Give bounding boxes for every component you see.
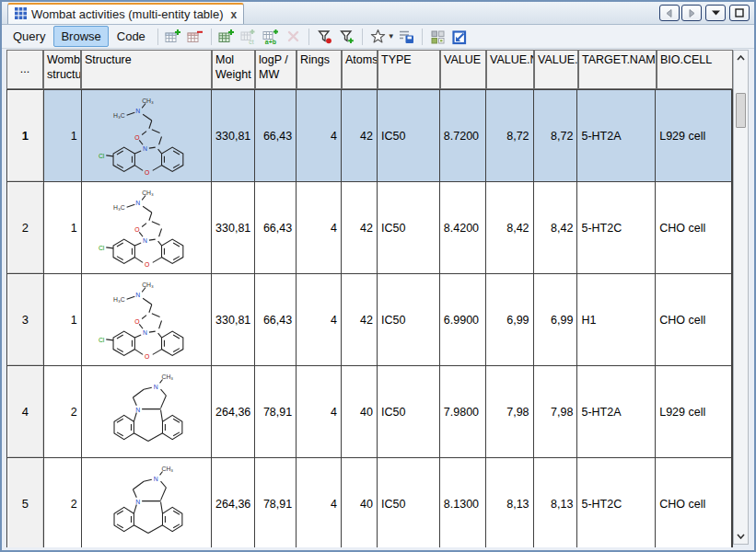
cell-bio-cell[interactable]: L929 cell xyxy=(656,90,732,181)
cell-wombat-structure-id[interactable]: 1 xyxy=(44,182,82,273)
remove-row-icon[interactable] xyxy=(185,27,206,46)
cell-logp-mw[interactable]: 66,43 xyxy=(255,274,297,365)
row-header[interactable]: 1 xyxy=(7,90,44,181)
cell-structure[interactable] xyxy=(82,458,213,547)
cell-bio-cell[interactable]: CHO cell xyxy=(656,182,732,273)
cell-value[interactable]: 6.9900 xyxy=(440,274,486,365)
cell-mol-weight[interactable]: 264,36 xyxy=(212,366,255,457)
scroll-up-icon[interactable] xyxy=(734,51,748,65)
cell-rings[interactable]: 4 xyxy=(297,458,342,547)
export-arrow-icon[interactable] xyxy=(449,27,471,46)
cell-value[interactable]: 7.9800 xyxy=(440,366,486,457)
column-header-target-name[interactable]: TARGET.NAM xyxy=(578,50,657,89)
cell-bio-cell[interactable]: CHO cell xyxy=(656,458,732,547)
cell-value-n[interactable]: 8,13 xyxy=(486,458,534,547)
browse-mode-button[interactable]: Browse xyxy=(53,26,108,47)
maximize-button[interactable] xyxy=(729,5,750,21)
filter-add-icon[interactable] xyxy=(336,27,357,46)
cell-wombat-structure-id[interactable]: 1 xyxy=(44,90,82,181)
cell-logp-mw[interactable]: 78,91 xyxy=(255,366,297,457)
cell-wombat-structure-id[interactable]: 2 xyxy=(44,458,82,547)
table-row[interactable]: 2 1 330,81 66,43 4 42 IC50 8.4200 8,42 8… xyxy=(7,182,732,274)
column-header-mol-weight[interactable]: Mol Weight xyxy=(212,50,255,89)
row-header[interactable]: 2 xyxy=(7,182,44,273)
cell-atoms[interactable]: 40 xyxy=(342,366,378,457)
cell-mol-weight[interactable]: 330,81 xyxy=(212,274,255,365)
column-header-value-2[interactable]: VALUE. xyxy=(534,50,578,89)
scroll-tabs-right-button[interactable] xyxy=(681,5,702,21)
cell-bio-cell[interactable]: L929 cell xyxy=(656,366,732,457)
add-row-icon[interactable] xyxy=(163,27,184,46)
query-mode-button[interactable]: Query xyxy=(6,26,52,47)
cell-structure[interactable] xyxy=(82,274,213,365)
cell-value-n[interactable]: 7,98 xyxy=(486,366,534,457)
table-row[interactable]: 3 1 330,81 66,43 4 42 IC50 6.9900 6,99 6… xyxy=(7,274,732,366)
scrollbar-thumb[interactable] xyxy=(736,93,746,128)
column-header-structure[interactable]: Structure xyxy=(81,50,212,89)
cell-logp-mw[interactable]: 66,43 xyxy=(255,90,297,181)
vertical-scrollbar[interactable] xyxy=(733,50,749,545)
tab-close-icon[interactable]: x xyxy=(231,9,238,20)
tab-list-dropdown-button[interactable] xyxy=(705,5,726,21)
cell-target-name[interactable]: 5-HT2A xyxy=(577,90,656,181)
cell-value[interactable]: 8.7200 xyxy=(440,90,486,181)
cell-value-2[interactable]: 8,42 xyxy=(534,182,578,273)
grid-view-icon[interactable] xyxy=(427,27,448,46)
cell-value-n[interactable]: 6,99 xyxy=(486,274,534,365)
cell-atoms[interactable]: 40 xyxy=(342,458,378,547)
cell-structure[interactable] xyxy=(82,182,213,273)
cell-mol-weight[interactable]: 330,81 xyxy=(212,182,255,273)
cell-rings[interactable]: 4 xyxy=(297,366,342,457)
cell-type[interactable]: IC50 xyxy=(378,366,440,457)
cell-value-2[interactable]: 7,98 xyxy=(534,366,578,457)
row-header[interactable]: 3 xyxy=(7,274,44,365)
cell-value-2[interactable]: 6,99 xyxy=(534,274,578,365)
cell-atoms[interactable]: 42 xyxy=(342,182,378,273)
row-header[interactable]: 4 xyxy=(7,366,44,457)
cell-atoms[interactable]: 42 xyxy=(342,274,378,365)
cell-target-name[interactable]: H1 xyxy=(577,274,656,365)
cell-logp-mw[interactable]: 78,91 xyxy=(255,458,297,547)
cell-mol-weight[interactable]: 264,36 xyxy=(212,458,255,547)
scroll-tabs-left-button[interactable] xyxy=(659,5,680,21)
cell-rings[interactable]: 4 xyxy=(297,90,342,181)
cell-type[interactable]: IC50 xyxy=(378,274,440,365)
tab-wombat-activities[interactable]: Wombat activities (multi-entity table) x xyxy=(7,3,244,24)
cell-value[interactable]: 8.1300 xyxy=(440,458,486,547)
star-dropdown-caret-icon[interactable]: ▼ xyxy=(388,32,395,40)
add-calculated-field-icon[interactable]: a+b xyxy=(261,27,282,46)
cell-logp-mw[interactable]: 66,43 xyxy=(255,182,297,273)
cell-wombat-structure-id[interactable]: 2 xyxy=(44,366,82,457)
scroll-down-icon[interactable] xyxy=(734,529,748,544)
cell-target-name[interactable]: 5-HT2A xyxy=(577,366,656,457)
table-row[interactable]: 4 2 264,36 78,91 4 40 IC50 7.9800 7,98 7… xyxy=(7,366,732,458)
code-mode-button[interactable]: Code xyxy=(110,26,153,47)
cell-value-n[interactable]: 8,42 xyxy=(486,182,534,273)
cell-wombat-structure-id[interactable]: 1 xyxy=(44,274,82,365)
column-header-value[interactable]: VALUE xyxy=(440,50,486,89)
table-row[interactable]: 1 1 330,81 66,43 4 42 IC50 8.7200 8,72 8… xyxy=(7,90,732,182)
cell-target-name[interactable]: 5-HT2C xyxy=(577,182,656,273)
add-field-icon[interactable] xyxy=(216,27,238,46)
column-header-type[interactable]: TYPE xyxy=(378,50,440,89)
favorites-star-icon[interactable] xyxy=(367,27,389,46)
cell-atoms[interactable]: 42 xyxy=(342,90,378,181)
table-options-button[interactable]: ... xyxy=(6,50,43,89)
table-row[interactable]: 5 2 264,36 78,91 4 40 IC50 8.1300 8,13 8… xyxy=(7,458,732,547)
column-header-rings[interactable]: Rings xyxy=(297,50,342,89)
cell-value[interactable]: 8.4200 xyxy=(440,182,486,273)
cell-structure[interactable] xyxy=(82,366,213,457)
column-header-value-n[interactable]: VALUE.N xyxy=(486,50,534,89)
row-header[interactable]: 5 xyxy=(7,458,44,547)
cell-rings[interactable]: 4 xyxy=(297,182,342,273)
column-header-logp-mw[interactable]: logP / MW xyxy=(255,50,297,89)
filter-red-icon[interactable] xyxy=(314,27,335,46)
cell-target-name[interactable]: 5-HT2C xyxy=(577,458,656,547)
cell-rings[interactable]: 4 xyxy=(297,274,342,365)
cell-value-2[interactable]: 8,72 xyxy=(534,90,578,181)
column-header-atoms[interactable]: Atoms xyxy=(342,50,378,89)
cell-value-n[interactable]: 8,72 xyxy=(486,90,534,181)
cell-structure[interactable] xyxy=(82,90,213,181)
cell-value-2[interactable]: 8,13 xyxy=(534,458,578,547)
cell-type[interactable]: IC50 xyxy=(378,90,440,181)
